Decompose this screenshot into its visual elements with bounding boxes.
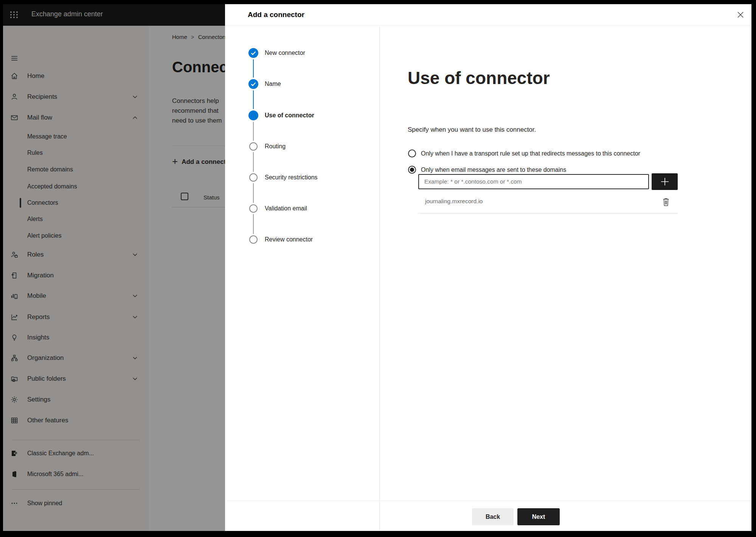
wizard-step-new-connector[interactable]: New connector [265, 49, 305, 57]
wizard-step-routing[interactable]: Routing [265, 142, 286, 151]
radio-transport-rule[interactable] [408, 149, 416, 157]
delete-domain-button[interactable] [661, 196, 671, 208]
add-domain-button[interactable] [652, 173, 678, 190]
domain-row-divider [418, 213, 678, 213]
step-connector-line [253, 122, 254, 141]
step-connector-line [253, 214, 254, 234]
step-completed-icon [248, 48, 258, 58]
step-connector-line [253, 90, 254, 109]
next-button[interactable]: Next [517, 508, 560, 525]
wizard-step-use-of-connector[interactable]: Use of connector [265, 111, 314, 120]
wizard-step-security-restrictions[interactable]: Security restrictions [265, 173, 318, 182]
domain-list-item: journaling.mxrecord.io [425, 198, 483, 205]
step-upcoming-icon [249, 235, 258, 244]
close-button[interactable] [735, 9, 746, 20]
back-button[interactable]: Back [472, 508, 514, 525]
close-icon [737, 11, 744, 19]
modal-footer-divider [225, 501, 751, 501]
wizard-pane-divider [379, 26, 380, 531]
wizard-step-name[interactable]: Name [265, 80, 281, 88]
plus-icon [660, 177, 670, 187]
radio-transport-rule-label: Only when I have a transport rule set up… [421, 150, 640, 157]
step-upcoming-icon [249, 204, 258, 213]
modal-title: Add a connector [248, 11, 304, 19]
step-upcoming-icon [249, 142, 258, 151]
screen: Exchange admin center Home Recipients [3, 4, 751, 531]
radio-email-domains[interactable] [408, 166, 416, 174]
wizard-step-review-connector[interactable]: Review connector [265, 235, 313, 244]
step-subtitle: Specify when you want to use this connec… [408, 126, 536, 134]
step-connector-line [253, 59, 254, 78]
trash-icon [662, 198, 670, 207]
step-completed-icon [248, 79, 258, 89]
step-current-icon [248, 111, 258, 120]
domain-input[interactable] [418, 174, 649, 189]
screenshot-frame: Exchange admin center Home Recipients [0, 0, 756, 537]
step-upcoming-icon [249, 173, 258, 182]
wizard-step-validation-email[interactable]: Validation email [265, 204, 307, 213]
step-connector-line [253, 152, 254, 172]
radio-email-domains-label: Only when email messages are sent to the… [421, 167, 566, 173]
step-heading: Use of connector [408, 68, 550, 88]
add-connector-modal: Add a connector New connector Name Use o… [225, 4, 751, 531]
step-connector-line [253, 183, 254, 203]
modal-header: Add a connector [225, 4, 751, 26]
